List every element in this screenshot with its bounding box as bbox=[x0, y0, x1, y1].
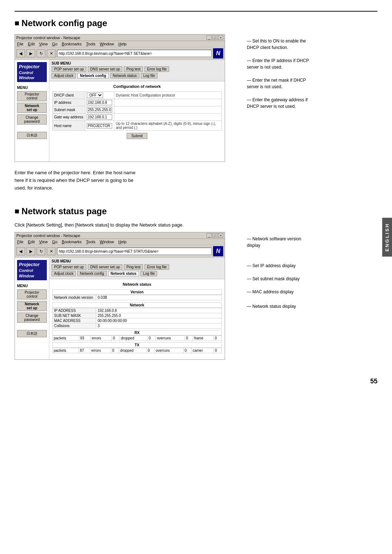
menu-go-2[interactable]: Go bbox=[52, 240, 57, 244]
menu-file-2[interactable]: File bbox=[17, 240, 24, 244]
mac-address-label: MAC ADDRESS bbox=[53, 318, 96, 323]
reload-btn-2[interactable]: ↻ bbox=[37, 247, 45, 255]
adjust-clock-btn-2[interactable]: Adjust clock bbox=[52, 271, 76, 276]
section1-wrapper: Network config page Projector control wi… bbox=[15, 18, 377, 192]
rx-table: packets 93 errors 0 dropped 0 overruns 0 bbox=[52, 335, 222, 341]
hostname-input[interactable] bbox=[87, 123, 112, 129]
menu-edit-2[interactable]: Edit bbox=[28, 240, 35, 244]
menu-tools-1[interactable]: Tools bbox=[86, 42, 95, 46]
log-file-btn-1[interactable]: Log file bbox=[141, 73, 158, 78]
browser-title-2: Projector control window - Netscape bbox=[16, 233, 80, 238]
table-row: Subnet mask bbox=[53, 106, 222, 114]
ping-test-btn-1[interactable]: Ping test bbox=[124, 66, 143, 72]
network-setup-btn-1[interactable]: Network set up bbox=[17, 103, 47, 113]
menu-file-1[interactable]: File bbox=[17, 42, 24, 46]
ip-value bbox=[85, 99, 114, 106]
anno1-2: — Enter the IP address if DHCPserver is … bbox=[247, 57, 377, 70]
maximize-btn-2[interactable]: □ bbox=[212, 233, 217, 238]
logo-line1-1: Projector bbox=[19, 64, 45, 70]
menu-edit-1[interactable]: Edit bbox=[28, 42, 35, 46]
menu-bookmarks-2[interactable]: Bookmarks bbox=[62, 240, 82, 244]
jp-btn-2[interactable]: 日本語 bbox=[17, 330, 47, 337]
content-area-2: Network status Version Network module ve… bbox=[49, 279, 225, 356]
ping-test-btn-2[interactable]: Ping test bbox=[124, 264, 143, 270]
ip-desc bbox=[114, 99, 222, 106]
dhcp-value: OFF ON bbox=[85, 92, 114, 99]
network-status-btn-1[interactable]: Network status bbox=[110, 73, 139, 78]
anno2-2: — Set IP address display bbox=[247, 262, 377, 269]
minimize-btn-1[interactable]: _ bbox=[207, 35, 212, 40]
close-btn-2[interactable]: × bbox=[218, 233, 223, 238]
anno1-1: — Set this to ON to enable theDHCP clien… bbox=[247, 38, 377, 51]
menu-help-2[interactable]: Help bbox=[118, 240, 127, 244]
hostname-label: Host name bbox=[53, 121, 85, 131]
network-status-btn-2[interactable]: Network status bbox=[108, 271, 139, 276]
log-file-btn-2[interactable]: Log file bbox=[140, 271, 157, 276]
change-password-btn-1[interactable]: Change password bbox=[17, 114, 47, 125]
menu-view-2[interactable]: View bbox=[39, 240, 48, 244]
browser-main-2: SUB MENU POP server set up DNS server se… bbox=[49, 258, 225, 359]
forward-btn-2[interactable]: ▶ bbox=[26, 247, 35, 255]
adjust-clock-btn-1[interactable]: Adjust clock bbox=[52, 73, 76, 78]
version-section-title: Version bbox=[52, 289, 222, 295]
gateway-input[interactable] bbox=[87, 114, 112, 120]
network-config-btn-2[interactable]: Network config bbox=[77, 271, 106, 276]
rx-title: RX bbox=[52, 330, 222, 335]
error-log-btn-2[interactable]: Error log file bbox=[144, 264, 169, 270]
dns-server-btn-2[interactable]: DNS server set up bbox=[88, 264, 123, 270]
menu-go-1[interactable]: Go bbox=[52, 42, 57, 46]
logo-line1-2: Projector bbox=[19, 262, 45, 268]
ip-input[interactable] bbox=[87, 100, 112, 105]
menu-bookmarks-1[interactable]: Bookmarks bbox=[62, 42, 82, 46]
menu-tools-2[interactable]: Tools bbox=[86, 240, 95, 244]
netscape-logo-2: N bbox=[213, 246, 223, 256]
dns-server-btn-1[interactable]: DNS server set up bbox=[88, 66, 123, 72]
jp-btn-1[interactable]: 日本語 bbox=[17, 132, 47, 139]
error-log-btn-1[interactable]: Error log file bbox=[144, 66, 169, 72]
address-bar-1[interactable]: http://192.168.0.8/cgi-bin/main.cgi?base… bbox=[57, 50, 212, 57]
submenu-bar-2: SUB MENU POP server set up DNS server se… bbox=[49, 258, 225, 279]
projector-logo-1: Projector Control Window bbox=[17, 62, 47, 82]
english-tab: ENGLISH bbox=[382, 218, 392, 257]
change-password-btn-2[interactable]: Change password bbox=[17, 313, 47, 323]
anno2-4-text: — MAC address display bbox=[247, 289, 377, 295]
projector-control-btn-1[interactable]: Projector control bbox=[17, 91, 47, 101]
menu-window-1[interactable]: Window bbox=[100, 42, 114, 46]
projector-control-btn-2[interactable]: Projector control bbox=[17, 289, 47, 300]
browser-toolbar-2: ◀ ▶ ↻ ✕ http://192.168.0.8/cgi-bin/main.… bbox=[15, 245, 225, 258]
network-setup-btn-2[interactable]: Network set up bbox=[17, 301, 47, 311]
menu-view-1[interactable]: View bbox=[39, 42, 48, 46]
close-btn-1[interactable]: × bbox=[218, 35, 223, 40]
version-value: 0.03B bbox=[96, 295, 222, 300]
back-btn-1[interactable]: ◀ bbox=[16, 49, 25, 57]
dhcp-desc: Dynamic Host Configuration protocol bbox=[114, 92, 222, 99]
reload-btn-1[interactable]: ↻ bbox=[37, 49, 45, 57]
submenu-row1-2: POP server set up DNS server set up Ping… bbox=[52, 264, 222, 270]
address-bar-2[interactable]: http://192.168.0.8/cgi-bin/main.cgi?base… bbox=[57, 248, 212, 255]
anno2-2-text: — Set IP address display bbox=[247, 262, 377, 269]
menu-window-2[interactable]: Window bbox=[100, 240, 114, 244]
forward-btn-1[interactable]: ▶ bbox=[26, 49, 35, 57]
stop-btn-2[interactable]: ✕ bbox=[47, 247, 56, 255]
maximize-btn-1[interactable]: □ bbox=[212, 35, 217, 40]
submenu-label-2: SUB MENU bbox=[52, 259, 222, 263]
minimize-btn-2[interactable]: _ bbox=[207, 233, 212, 238]
anno1-1-text: — Set this to ON to enable theDHCP clien… bbox=[247, 38, 377, 51]
dhcp-select[interactable]: OFF ON bbox=[87, 93, 103, 98]
subnet-label: Subnet mask bbox=[53, 106, 85, 114]
submit-btn-1[interactable]: Submit bbox=[127, 133, 147, 139]
stop-btn-1[interactable]: ✕ bbox=[47, 49, 56, 57]
submenu-row1-1: POP server set up DNS server set up Ping… bbox=[52, 66, 222, 72]
ip-label: IP address bbox=[53, 99, 85, 106]
menu-help-1[interactable]: Help bbox=[118, 42, 127, 46]
pop-server-btn-1[interactable]: POP server set up bbox=[52, 66, 86, 72]
pop-server-btn-2[interactable]: POP server set up bbox=[52, 264, 86, 270]
subnet-input[interactable] bbox=[87, 107, 112, 113]
network-config-btn-1[interactable]: Network config bbox=[77, 73, 109, 78]
back-btn-2[interactable]: ◀ bbox=[16, 247, 25, 255]
table-row: MAC ADDRESS 00:00:00:00:00:00 bbox=[53, 318, 222, 323]
network-section-title: Network bbox=[52, 302, 222, 308]
tx-errors-value: 0 bbox=[111, 348, 119, 353]
mac-address-value: 00:00:00:00:00:00 bbox=[96, 318, 222, 323]
anno2-3-text: — Set subnet mask display bbox=[247, 276, 377, 282]
